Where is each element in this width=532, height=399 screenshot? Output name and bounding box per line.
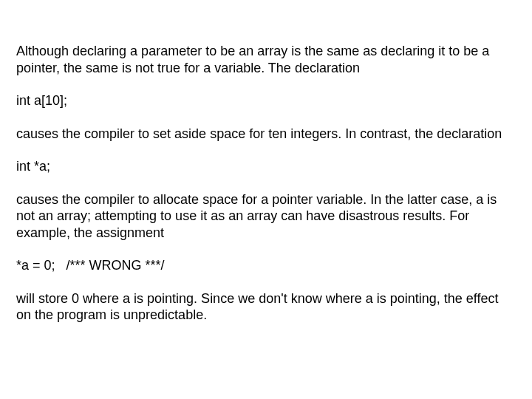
paragraph-intro: Although declaring a parameter to be an … xyxy=(16,43,516,76)
document-page: Although declaring a parameter to be an … xyxy=(0,0,532,324)
code-wrong-assign: *a = 0; /*** WRONG ***/ xyxy=(16,257,516,274)
code-pointer-decl: int *a; xyxy=(16,158,516,175)
code-assign: *a = 0; xyxy=(16,258,55,273)
paragraph-array-explain: causes the compiler to set aside space f… xyxy=(16,126,516,143)
code-array-decl: int a[10]; xyxy=(16,92,516,109)
paragraph-pointer-explain: causes the compiler to allocate space fo… xyxy=(16,191,516,242)
paragraph-conclusion: will store 0 where a is pointing. Since … xyxy=(16,290,516,324)
code-wrong-comment: /*** WRONG ***/ xyxy=(66,258,165,273)
